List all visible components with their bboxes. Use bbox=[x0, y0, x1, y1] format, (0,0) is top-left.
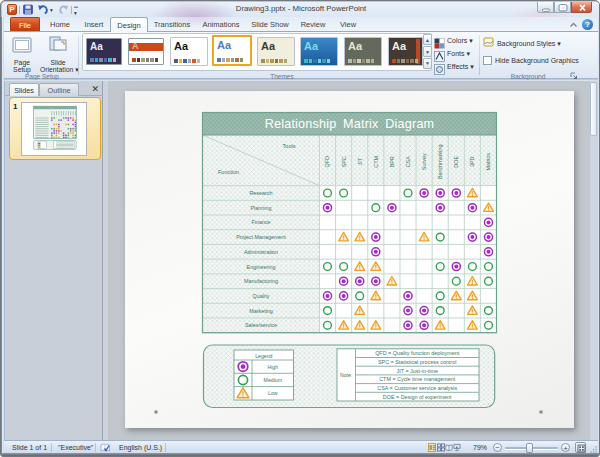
svg-text:Finance: Finance bbox=[251, 219, 270, 225]
svg-text:CTM: CTM bbox=[373, 155, 379, 167]
svg-text:Project Management: Project Management bbox=[236, 234, 286, 240]
svg-text:SPC: SPC bbox=[341, 156, 347, 167]
svg-text:Research: Research bbox=[249, 190, 272, 196]
svg-text:CSA = Customer service analysi: CSA = Customer service analysis bbox=[377, 385, 457, 391]
svg-text:Low: Low bbox=[268, 390, 278, 396]
svg-text:JIT = Just-in-time: JIT = Just-in-time bbox=[397, 368, 438, 374]
svg-text:Relationship Matrix Diagram: Relationship Matrix Diagram bbox=[265, 117, 435, 131]
svg-text:Manufacturing: Manufacturing bbox=[244, 278, 278, 284]
svg-text:DOE: DOE bbox=[453, 156, 459, 168]
svg-text:Quality: Quality bbox=[253, 293, 270, 299]
svg-text:CTM = Cycle time management: CTM = Cycle time management bbox=[379, 376, 455, 382]
svg-text:Tools: Tools bbox=[283, 143, 296, 149]
svg-text:Benchmarking: Benchmarking bbox=[437, 145, 443, 179]
svg-text:Marketing: Marketing bbox=[249, 308, 273, 314]
svg-text:Planning: Planning bbox=[251, 205, 272, 211]
svg-text:High: High bbox=[267, 364, 278, 370]
svg-text:DOE = Design of experiment: DOE = Design of experiment bbox=[383, 394, 452, 400]
svg-text:SPC = Statistical process cont: SPC = Statistical process control bbox=[378, 359, 456, 365]
svg-text:Medium: Medium bbox=[264, 377, 282, 383]
svg-text:JIT: JIT bbox=[357, 157, 363, 165]
svg-text:QFD = Quality function deploym: QFD = Quality function deployment bbox=[375, 350, 460, 356]
svg-text:3PD: 3PD bbox=[469, 156, 475, 167]
svg-text:Function: Function bbox=[218, 169, 239, 175]
svg-text:Matrics: Matrics bbox=[486, 153, 492, 171]
svg-text:Legend: Legend bbox=[255, 353, 272, 359]
svg-text:Administration: Administration bbox=[244, 249, 278, 255]
svg-text:BPR: BPR bbox=[389, 156, 395, 167]
svg-text:QFD: QFD bbox=[325, 156, 331, 167]
svg-text:Engineering: Engineering bbox=[247, 264, 276, 270]
svg-text:Survey: Survey bbox=[421, 153, 427, 170]
svg-text:Sales/service: Sales/service bbox=[245, 322, 277, 328]
svg-text:CSA: CSA bbox=[405, 156, 411, 167]
svg-text:Note:: Note: bbox=[340, 372, 352, 378]
